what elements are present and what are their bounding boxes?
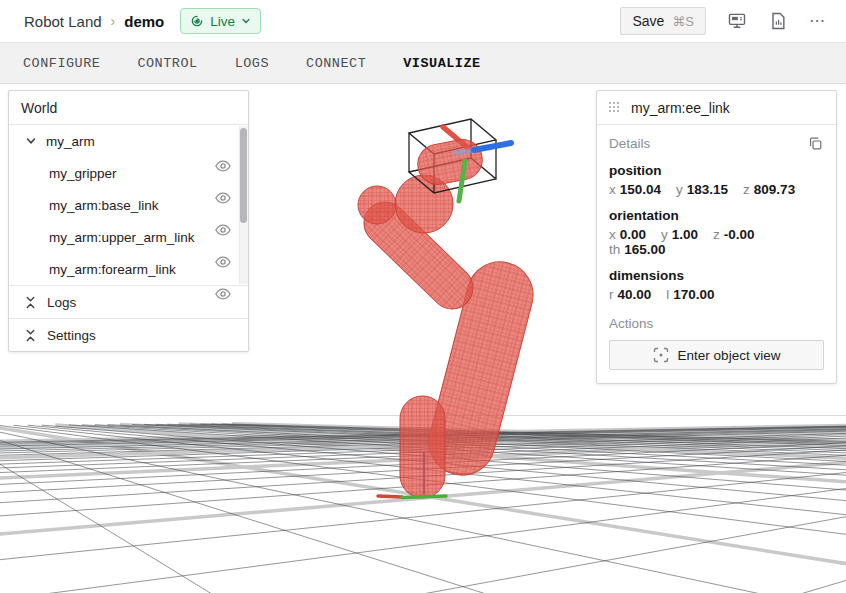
logs-section-label: Logs <box>47 295 76 310</box>
breadcrumb: Robot Land › demo <box>24 13 164 30</box>
base-link-mesh[interactable] <box>400 396 445 498</box>
field-value: 0.00 <box>620 227 646 242</box>
save-button[interactable]: Save ⌘S <box>620 7 706 35</box>
field-value: 809.73 <box>754 182 795 197</box>
world-tree: my_arm my_gripper my_arm:base_link <box>9 125 248 285</box>
field-value: 170.00 <box>673 287 714 302</box>
world-panel-title: World <box>9 91 248 125</box>
inspector-title: my_arm:ee_link <box>631 100 730 116</box>
inspector-header[interactable]: my_arm:ee_link <box>597 91 836 125</box>
field-key: l <box>666 287 669 302</box>
copy-icon[interactable] <box>807 135 824 152</box>
field-key: y <box>661 227 668 242</box>
tab-logs[interactable]: LOGS <box>235 56 269 71</box>
more-menu-icon[interactable]: ⋯ <box>809 13 826 29</box>
tree-item-my-arm[interactable]: my_arm <box>9 125 248 157</box>
dimensions-values: r40.00 l170.00 <box>609 287 824 302</box>
field-value: 150.04 <box>620 182 661 197</box>
breadcrumb-org[interactable]: Robot Land <box>24 13 102 30</box>
tab-visualize[interactable]: VISUALIZE <box>403 56 480 71</box>
field-key: x <box>609 227 616 242</box>
machine-monitor-icon[interactable] <box>727 11 747 31</box>
position-group: position x150.04 y183.15 z809.73 <box>609 163 824 197</box>
tree-item-upper-arm-link[interactable]: my_arm:upper_arm_link <box>9 221 248 253</box>
tree-item-my-gripper[interactable]: my_gripper <box>9 157 248 189</box>
details-label: Details <box>609 136 650 151</box>
field-value: 165.00 <box>624 242 665 257</box>
chevron-down-icon <box>241 16 251 26</box>
wrist-joint-small-mesh[interactable] <box>358 186 396 224</box>
group-name: orientation <box>609 208 824 223</box>
live-label: Live <box>210 14 235 29</box>
save-shortcut: ⌘S <box>672 14 694 29</box>
field-value: 1.00 <box>672 227 698 242</box>
actions-label: Actions <box>609 316 824 331</box>
origin-axis-y <box>402 496 446 498</box>
save-label: Save <box>632 13 664 29</box>
tree-item-label: my_arm:base_link <box>49 198 222 213</box>
field-key: r <box>609 287 614 302</box>
collapse-icon <box>24 296 37 309</box>
settings-section-label: Settings <box>47 328 96 343</box>
field-key: z <box>743 182 750 197</box>
world-panel: World my_arm my_gripper <box>8 90 249 352</box>
field-key: y <box>676 182 683 197</box>
tree-item-label: my_arm <box>46 134 222 149</box>
focus-target-icon <box>653 347 669 363</box>
field-key: z <box>713 227 720 242</box>
enter-object-view-label: Enter object view <box>678 348 781 363</box>
field-value: 40.00 <box>618 287 652 302</box>
tab-connect[interactable]: CONNECT <box>306 56 366 71</box>
main-tab-bar: CONFIGURE CONTROL LOGS CONNECT VISUALIZE <box>0 42 846 84</box>
live-broadcast-icon <box>190 14 204 28</box>
tab-configure[interactable]: CONFIGURE <box>23 56 100 71</box>
tree-scrollbar-thumb[interactable] <box>240 128 247 223</box>
top-bar: Robot Land › demo Live Save ⌘S ⋯ <box>0 0 846 42</box>
field-key: x <box>609 182 616 197</box>
settings-section-toggle[interactable]: Settings <box>9 318 248 351</box>
collapse-icon <box>24 329 37 342</box>
field-value: -0.00 <box>724 227 755 242</box>
live-status-dropdown[interactable]: Live <box>180 8 261 34</box>
tab-control[interactable]: CONTROL <box>137 56 197 71</box>
tree-item-base-link[interactable]: my_arm:base_link <box>9 189 248 221</box>
tree-item-forearm-link[interactable]: my_arm:forearm_link <box>9 253 248 285</box>
visibility-eye-icon[interactable] <box>214 285 232 303</box>
report-document-icon[interactable] <box>768 11 788 31</box>
chevron-down-icon[interactable] <box>24 134 38 148</box>
tree-item-label: my_arm:forearm_link <box>49 262 222 277</box>
dimensions-group: dimensions r40.00 l170.00 <box>609 268 824 302</box>
orientation-group: orientation x0.00 y1.00 z-0.00 th165.00 <box>609 208 824 257</box>
field-key: th <box>609 242 620 257</box>
ee-link-mesh[interactable] <box>414 136 485 188</box>
breadcrumb-machine[interactable]: demo <box>124 13 164 30</box>
tree-item-label: my_gripper <box>49 166 222 181</box>
enter-object-view-button[interactable]: Enter object view <box>609 340 824 370</box>
group-name: position <box>609 163 824 178</box>
logs-section-toggle[interactable]: Logs <box>9 285 248 318</box>
origin-axis-x <box>378 496 402 497</box>
breadcrumb-separator: › <box>111 13 116 29</box>
tree-item-label: my_arm:upper_arm_link <box>49 230 222 245</box>
group-name: dimensions <box>609 268 824 283</box>
field-value: 183.15 <box>687 182 728 197</box>
tree-scrollbar-track[interactable] <box>239 126 248 284</box>
position-values: x150.04 y183.15 z809.73 <box>609 182 824 197</box>
drag-handle-icon[interactable] <box>609 102 621 114</box>
orientation-values: x0.00 y1.00 z-0.00 th165.00 <box>609 227 824 257</box>
inspector-panel: my_arm:ee_link Details position x150.04 … <box>596 90 837 384</box>
